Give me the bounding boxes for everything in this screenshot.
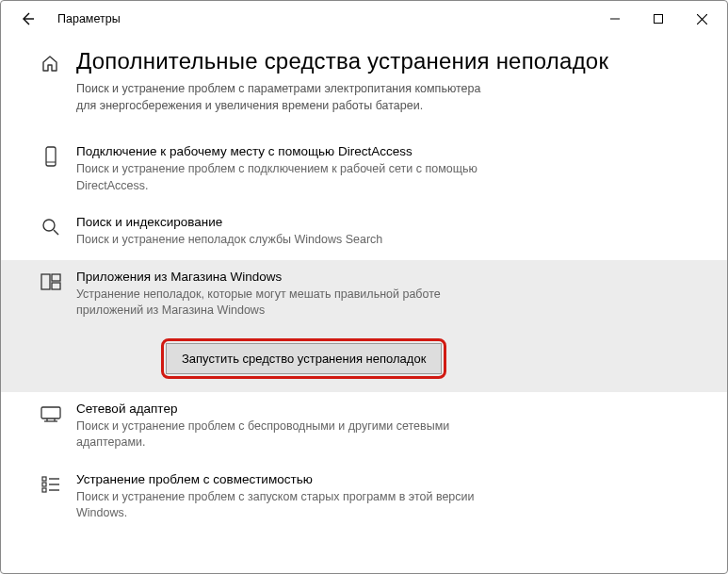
window-title: Параметры	[57, 12, 593, 25]
titlebar: Параметры	[1, 1, 727, 37]
item-title: Поиск и индексирование	[76, 215, 382, 229]
close-button[interactable]	[680, 4, 723, 34]
svg-point-6	[43, 220, 55, 231]
troubleshooter-list: Подключение к рабочему месту с помощью D…	[1, 135, 727, 533]
troubleshooter-search[interactable]: Поиск и индексирование Поиск и устранени…	[1, 205, 727, 260]
item-title: Сетевой адаптер	[76, 402, 481, 416]
back-button[interactable]	[14, 6, 40, 32]
item-desc: Поиск и устранение проблем с подключение…	[76, 161, 481, 194]
svg-rect-8	[41, 274, 50, 289]
item-desc: Поиск и устранение неполадок службы Wind…	[76, 232, 382, 249]
svg-rect-19	[42, 488, 46, 492]
item-title: Приложения из Магазина Windows	[76, 270, 481, 284]
run-row: Запустить средство устранения неполадок	[1, 331, 727, 392]
svg-rect-17	[42, 483, 46, 486]
svg-rect-1	[655, 15, 663, 24]
phone-icon	[40, 146, 61, 167]
troubleshooter-network-adapter[interactable]: Сетевой адаптер Поиск и устранение пробл…	[1, 392, 727, 463]
run-troubleshooter-button[interactable]: Запустить средство устранения неполадок	[166, 343, 442, 374]
troubleshooter-compatibility[interactable]: Устранение проблем с совместимостью Поис…	[1, 463, 727, 533]
apps-icon	[40, 271, 61, 292]
content-area: Дополнительные средства устранения непол…	[1, 37, 727, 533]
home-icon[interactable]	[40, 54, 61, 74]
maximize-button[interactable]	[637, 4, 680, 34]
network-adapter-icon	[40, 403, 61, 424]
item-title: Подключение к рабочему месту с помощью D…	[76, 144, 481, 158]
item-title: Устранение проблем с совместимостью	[76, 472, 481, 486]
troubleshooter-windows-store[interactable]: Приложения из Магазина Windows Устранени…	[1, 260, 727, 331]
list-icon	[40, 474, 61, 495]
troubleshooter-directaccess[interactable]: Подключение к рабочему месту с помощью D…	[1, 135, 727, 205]
svg-rect-11	[41, 407, 60, 418]
search-icon	[40, 217, 61, 238]
svg-line-7	[54, 230, 58, 235]
page-title: Дополнительные средства устранения непол…	[76, 48, 608, 74]
svg-rect-15	[42, 477, 46, 481]
page-header: Дополнительные средства устранения непол…	[1, 48, 727, 114]
page-description: Поиск и устранение проблем с параметрами…	[76, 80, 481, 114]
settings-window: Параметры Дополнительные средства устран…	[0, 0, 728, 574]
svg-rect-10	[52, 283, 60, 289]
window-controls	[593, 4, 723, 34]
item-desc: Поиск и устранение проблем с беспроводны…	[76, 418, 481, 451]
svg-rect-4	[46, 147, 56, 166]
item-desc: Устранение неполадок, которые могут меша…	[76, 287, 481, 320]
svg-rect-9	[52, 274, 60, 281]
item-desc: Поиск и устранение проблем с запуском ст…	[76, 489, 481, 522]
highlight-box: Запустить средство устранения неполадок	[161, 338, 446, 379]
minimize-button[interactable]	[593, 4, 637, 34]
